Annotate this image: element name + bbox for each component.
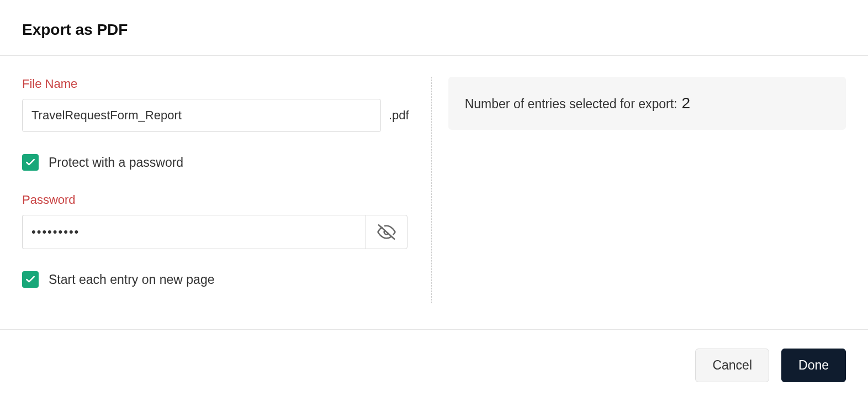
password-input[interactable] — [22, 215, 366, 249]
entries-info-text: Number of entries selected for export: — [465, 97, 678, 112]
dialog-footer: Cancel Done — [0, 330, 868, 401]
check-icon — [25, 274, 36, 285]
password-row — [22, 215, 407, 249]
new-page-label: Start each entry on new page — [49, 272, 214, 287]
protect-password-checkbox[interactable] — [22, 154, 39, 171]
password-field: Password — [22, 193, 409, 249]
toggle-password-visibility-button[interactable] — [366, 215, 407, 249]
svg-line-0 — [379, 225, 394, 239]
export-pdf-dialog: Export as PDF File Name .pdf Protect w — [0, 0, 868, 401]
protect-password-row: Protect with a password — [22, 154, 409, 171]
done-button[interactable]: Done — [781, 349, 846, 382]
filename-row: .pdf — [22, 99, 409, 132]
left-panel: File Name .pdf Protect with a password P… — [22, 77, 431, 308]
filename-input[interactable] — [22, 99, 381, 132]
cancel-button[interactable]: Cancel — [695, 349, 769, 382]
filename-field: File Name .pdf — [22, 77, 409, 132]
filename-extension: .pdf — [389, 108, 409, 123]
entries-info-box: Number of entries selected for export: 2 — [448, 77, 846, 130]
right-panel: Number of entries selected for export: 2 — [432, 77, 846, 308]
entries-count: 2 — [682, 94, 691, 112]
check-icon — [25, 157, 36, 168]
dialog-header: Export as PDF — [0, 0, 868, 56]
dialog-body: File Name .pdf Protect with a password P… — [0, 56, 868, 330]
filename-label: File Name — [22, 77, 409, 91]
protect-password-label: Protect with a password — [49, 155, 183, 170]
new-page-row: Start each entry on new page — [22, 271, 409, 288]
dialog-title: Export as PDF — [22, 21, 846, 39]
eye-off-icon — [377, 223, 396, 241]
password-label: Password — [22, 193, 409, 207]
new-page-checkbox[interactable] — [22, 271, 39, 288]
